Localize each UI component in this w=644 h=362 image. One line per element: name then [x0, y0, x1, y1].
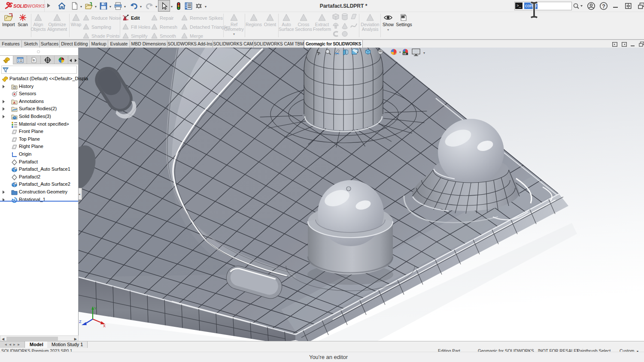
svg-text:Y: Y — [94, 306, 97, 311]
svg-text:Z: Z — [79, 320, 82, 324]
svg-text:?: ? — [602, 3, 605, 9]
svg-text:SOLIDWORKS: SOLIDWORKS — [13, 3, 46, 9]
svg-text:X: X — [103, 324, 106, 328]
svg-text:A: A — [13, 101, 16, 105]
